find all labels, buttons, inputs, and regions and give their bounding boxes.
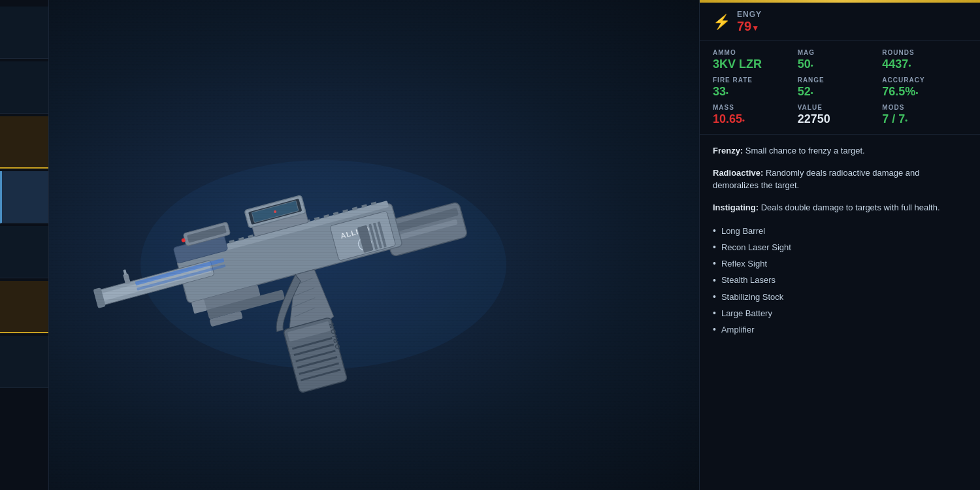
range-number: 52: [798, 85, 811, 98]
energy-section: ⚡ ENGY 79▼: [700, 3, 980, 41]
mass-value: 10.65•: [713, 112, 798, 126]
mod-bullet-2: •: [713, 239, 716, 255]
mod-name-reflex-sight: Reflex Sight: [721, 256, 767, 271]
gun-display-area: ALLIED: [49, 0, 699, 490]
energy-number: 79: [737, 19, 751, 33]
effect-instigating-desc: Deals double damage to targets with full…: [761, 203, 940, 212]
mods-label: MODS: [882, 104, 967, 111]
stat-accuracy: ACCURACY 76.5%•: [882, 76, 967, 99]
mod-bullet-3: •: [713, 255, 716, 272]
ammo-value: 3KV LZR: [713, 57, 798, 71]
energy-arrow: ▼: [751, 24, 759, 33]
firerate-number: 33: [713, 85, 726, 98]
effect-frenzy: Frenzy: Small chance to frenzy a target.: [713, 144, 967, 157]
svg-rect-66: [123, 273, 131, 284]
lightning-icon: ⚡: [713, 14, 730, 31]
rounds-label: ROUNDS: [882, 49, 967, 56]
accuracy-number: 76.5%: [882, 85, 915, 98]
energy-value: 79▼: [737, 18, 762, 34]
mass-number: 10.65: [713, 112, 742, 125]
mod-bullet-5: •: [713, 289, 716, 305]
rounds-number: 4437: [882, 57, 908, 71]
rounds-value: 4437•: [882, 57, 967, 71]
effect-radioactive-name: Radioactive:: [713, 168, 766, 178]
mod-item-reflex-sight: • Reflex Sight: [713, 255, 967, 272]
mod-name-stabilizing-stock: Stabilizing Stock: [721, 289, 783, 304]
mod-item-long-barrel: • Long Barrel: [713, 223, 967, 239]
svg-rect-67: [123, 269, 127, 275]
effect-frenzy-name: Frenzy:: [713, 146, 745, 155]
stat-mass: MASS 10.65•: [713, 104, 798, 126]
mod-name-stealth-lasers: Stealth Lasers: [721, 272, 776, 287]
effect-instigating: Instigating: Deals double damage to targ…: [713, 201, 967, 214]
mods-number: 7 / 7: [882, 112, 905, 125]
effect-frenzy-desc: Small chance to frenzy a target.: [745, 146, 865, 155]
effect-instigating-name: Instigating:: [713, 203, 761, 212]
mod-item-large-battery: • Large Battery: [713, 305, 967, 321]
accuracy-value: 76.5%•: [882, 85, 967, 99]
firerate-label: FIRE RATE: [713, 76, 798, 84]
stat-value: VALUE 22750: [798, 104, 883, 126]
firerate-arrow: •: [726, 89, 728, 97]
sidebar-item-3[interactable]: [0, 116, 48, 169]
mod-bullet-4: •: [713, 272, 716, 289]
mass-label: MASS: [713, 104, 798, 111]
stats-grid: AMMO 3KV LZR MAG 50• ROUNDS 4437• FIRE R…: [700, 41, 980, 135]
gun-image-container: ALLIED: [82, 82, 572, 408]
stat-mods: MODS 7 / 7•: [882, 104, 967, 126]
range-value: 52•: [798, 85, 883, 99]
value-value: 22750: [798, 112, 883, 126]
stat-firerate: FIRE RATE 33•: [713, 76, 798, 99]
mag-arrow: •: [811, 61, 813, 69]
stat-range: RANGE 52•: [798, 76, 883, 99]
description-section: Frenzy: Small chance to frenzy a target.…: [700, 135, 980, 490]
mod-item-amplifier: • Amplifier: [713, 321, 967, 338]
mod-item-stabilizing-stock: • Stabilizing Stock: [713, 289, 967, 305]
mag-label: MAG: [798, 49, 883, 56]
sidebar: [0, 0, 49, 490]
energy-label: ENGY: [737, 10, 762, 18]
rounds-arrow: •: [908, 61, 911, 69]
right-panel: ⚡ ENGY 79▼ AMMO 3KV LZR MAG 50• ROUNDS 4…: [699, 0, 980, 490]
mod-name-large-battery: Large Battery: [721, 306, 772, 321]
mod-item-recon-laser: • Recon Laser Sight: [713, 239, 967, 255]
value-label: VALUE: [798, 104, 883, 111]
sidebar-item-1[interactable]: [0, 7, 48, 59]
mod-name-recon-laser: Recon Laser Sight: [721, 240, 791, 255]
mods-value: 7 / 7•: [882, 112, 967, 126]
mod-bullet-7: •: [713, 321, 716, 338]
mod-bullet-1: •: [713, 223, 716, 239]
mods-arrow: •: [905, 116, 907, 124]
sidebar-item-7[interactable]: [0, 336, 48, 388]
sidebar-item-2[interactable]: [0, 61, 48, 114]
sidebar-item-4[interactable]: [0, 171, 48, 223]
mass-arrow: •: [742, 116, 745, 124]
mag-value: 50•: [798, 57, 883, 71]
stat-rounds: ROUNDS 4437•: [882, 49, 967, 71]
accuracy-arrow: •: [915, 89, 918, 97]
mod-name-amplifier: Amplifier: [721, 322, 755, 337]
mods-list: • Long Barrel • Recon Laser Sight • Refl…: [713, 223, 967, 338]
mod-item-stealth-lasers: • Stealth Lasers: [713, 272, 967, 289]
mag-number: 50: [798, 57, 811, 71]
range-arrow: •: [811, 89, 813, 97]
mod-bullet-6: •: [713, 305, 716, 321]
firerate-value: 33•: [713, 85, 798, 99]
sidebar-item-6[interactable]: [0, 281, 48, 333]
ammo-label: AMMO: [713, 49, 798, 56]
effect-radioactive: Radioactive: Randomly deals radioactive …: [713, 167, 967, 192]
range-label: RANGE: [798, 76, 883, 84]
stat-ammo: AMMO 3KV LZR: [713, 49, 798, 71]
stat-mag: MAG 50•: [798, 49, 883, 71]
sidebar-item-5[interactable]: [0, 226, 48, 278]
accuracy-label: ACCURACY: [882, 76, 967, 84]
mod-name-long-barrel: Long Barrel: [721, 223, 765, 238]
